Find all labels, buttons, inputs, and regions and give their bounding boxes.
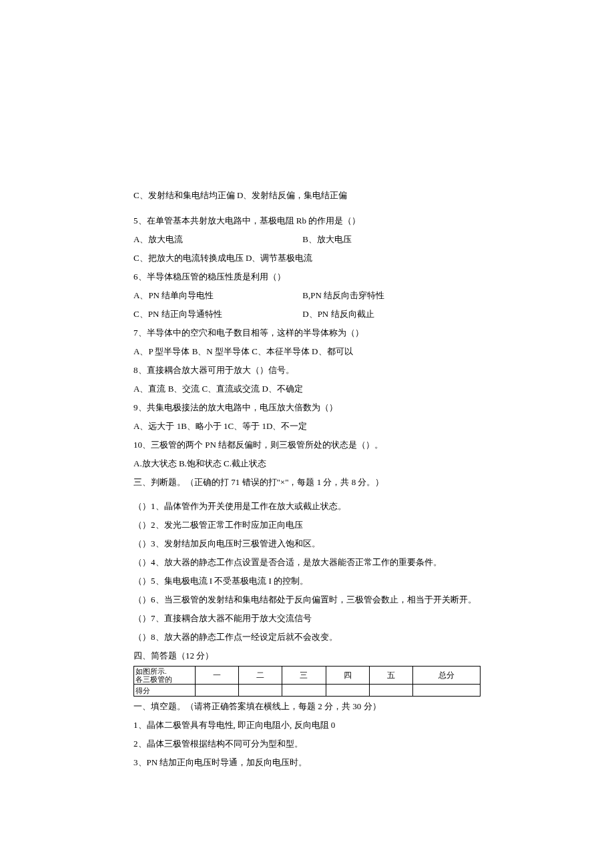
- q6-option-a: A、PN 结单向导电性: [133, 287, 300, 304]
- fill-question-3: 3、PN 结加正向电压时导通，加反向电压时。: [133, 754, 481, 771]
- q5-options-ab: A、放大电流 B、放大电压: [133, 231, 481, 248]
- question-8: 8、直接耦合放大器可用于放大（）信号。: [133, 362, 481, 379]
- tf-question-7: （）7、直接耦合放大器不能用于放大交流信号: [133, 610, 481, 627]
- q6-options-cd: C、PN 结正向导通特性 D、PN 结反向截止: [133, 306, 481, 323]
- score-table-score-row: 得分: [134, 685, 481, 697]
- fill-question-1: 1、晶体二极管具有导电性, 即正向电阻小, 反向电阻 0: [133, 717, 481, 734]
- q5-options-cd: C、把放大的电流转换成电压 D、调节基极电流: [133, 250, 481, 267]
- section-4-heading: 四、简答题（12 分）: [133, 647, 481, 665]
- score-table-col-2: 二: [239, 667, 282, 685]
- score-cell-2: [239, 685, 282, 697]
- question-7: 7、半导体中的空穴和电子数目相等，这样的半导体称为（）: [133, 324, 481, 342]
- tf-question-4: （）4、放大器的静态工作点设置是否合适，是放大器能否正常工作的重要条件。: [133, 554, 481, 571]
- score-table-col-3: 三: [282, 667, 326, 685]
- tf-question-2: （）2、发光二极管正常工作时应加正向电压: [133, 516, 481, 534]
- q5-option-a: A、放大电流: [133, 231, 300, 248]
- option-line-cd: C、发射结和集电结均正偏 D、发射结反偏，集电结正偏: [133, 187, 481, 204]
- tf-question-3: （）3、发射结加反向电压时三极管进入饱和区。: [133, 535, 481, 552]
- score-table-header-0b: 各三极管的: [135, 675, 172, 683]
- score-row-label: 得分: [134, 685, 196, 697]
- tf-question-1: （）1、晶体管作为开关使用是工作在放大或截止状态。: [133, 498, 481, 515]
- question-10: 10、三极管的两个 PN 结都反偏时，则三极管所处的状态是（）。: [133, 436, 481, 454]
- q6-option-d: D、PN 结反向截止: [302, 309, 374, 319]
- q9-options: A、远大于 1B、略小于 1C、等于 1D、不一定: [133, 418, 481, 435]
- score-cell-5: [369, 685, 412, 697]
- q8-options: A、直流 B、交流 C、直流或交流 D、不确定: [133, 380, 481, 398]
- question-9: 9、共集电极接法的放大电路中，电压放大倍数为（）: [133, 399, 481, 416]
- tf-question-6: （）6、当三极管的发射结和集电结都处于反向偏置时，三极管会数止，相当于开关断开。: [133, 591, 481, 608]
- tf-question-5: （）5、集电极电流 I 不受基极电流 I 的控制。: [133, 572, 481, 590]
- q6-option-b: B,PN 结反向击穿特性: [302, 290, 384, 300]
- score-table-col-1: 一: [196, 667, 239, 685]
- score-table-header-0: 如图所示. 各三极管的: [134, 667, 196, 685]
- q5-option-b: B、放大电压: [302, 234, 352, 244]
- score-cell-3: [282, 685, 326, 697]
- q10-options: A.放大状态 B.饱和状态 C.截止状态: [133, 455, 481, 472]
- score-cell-4: [326, 685, 369, 697]
- section-1-heading: 一、填空题。（请将正确答案填在横线上，每题 2 分，共 30 分）: [133, 698, 481, 715]
- score-table-header-row: 如图所示. 各三极管的 一 二 三 四 五 总分: [134, 667, 481, 685]
- q7-options: A、P 型半导体 B、N 型半导体 C、本征半导体 D、都可以: [133, 343, 481, 360]
- score-table-col-4: 四: [326, 667, 369, 685]
- score-table-col-5: 五: [369, 667, 412, 685]
- tf-question-8: （）8、放大器的静态工作点一经设定后就不会改变。: [133, 628, 481, 646]
- q6-options-ab: A、PN 结单向导电性 B,PN 结反向击穿特性: [133, 287, 481, 304]
- score-table-header-0a: 如图所示.: [135, 667, 167, 675]
- score-table-col-total: 总分: [412, 667, 480, 685]
- fill-question-2: 2、晶体三极管根据结构不同可分为型和型。: [133, 735, 481, 753]
- score-cell-1: [196, 685, 239, 697]
- question-6: 6、半导体稳压管的稳压性质是利用（）: [133, 268, 481, 286]
- score-cell-total: [412, 685, 480, 697]
- question-5: 5、在单管基本共射放大电路中，基极电阻 Rb 的作用是（）: [133, 212, 481, 230]
- section-3-heading: 三、判断题。（正确的打 71 错误的打"×"，每题 1 分，共 8 分。）: [133, 474, 481, 491]
- score-table: 如图所示. 各三极管的 一 二 三 四 五 总分 得分: [133, 666, 481, 697]
- q6-option-c: C、PN 结正向导通特性: [133, 306, 300, 323]
